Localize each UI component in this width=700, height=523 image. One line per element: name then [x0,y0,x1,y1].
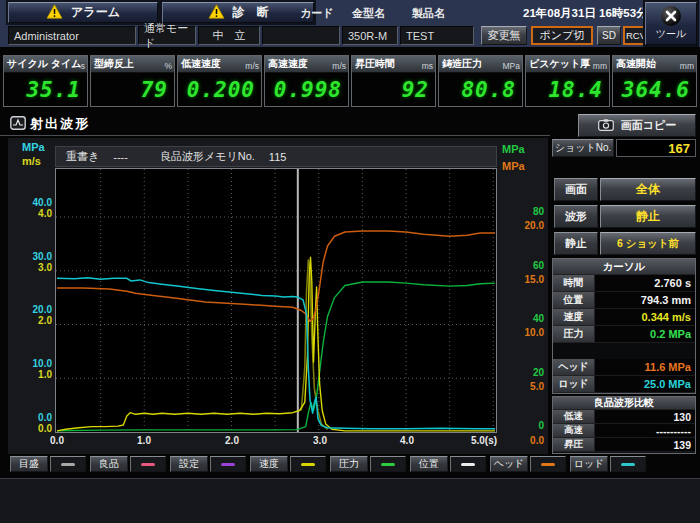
tile-label: サイクル タイム [4,57,81,71]
y-tick: 5.0 [500,381,544,392]
row-value: ---------- [595,424,695,438]
legend-color-chip[interactable] [50,456,86,472]
tool-label: ツール [656,27,686,41]
memory-label: 良品波形メモリNo. [160,149,255,164]
x-tick: 3.0 [305,435,335,446]
tile-label: 鋳造圧力 [439,57,482,71]
tile-value: 79 [91,73,174,106]
change-status-button[interactable]: 変更無 [481,26,527,45]
y-tick: 20.0 [500,220,544,231]
row-label: 昇圧 [553,438,595,452]
legend-color-chip[interactable] [450,456,486,472]
product-header-label: 製品名 [412,6,445,21]
legend-color-chip[interactable] [210,456,246,472]
legend-label[interactable]: 位置 [410,456,448,472]
row-value: 139 [595,438,695,452]
series-圧力(鋳造) [57,282,495,431]
tile-unit: s [81,61,85,71]
row-label: 圧力 [553,326,595,343]
screen-mode-label: 画面 [554,178,598,201]
tile-clamp: 型締反上% 79 [90,55,175,107]
camera-icon [598,119,614,133]
tile-unit: MPa [503,61,520,71]
legend-label[interactable]: 良品 [90,456,128,472]
product-value-field[interactable]: TEST [400,26,474,45]
mode-field[interactable]: 通常モード [138,26,196,45]
color-dash [141,463,155,466]
waveform-screen-icon [10,116,26,134]
tile-rise-time: 昇圧時間ms 92 [351,55,436,107]
waveform-plot[interactable] [55,168,497,433]
legend-label[interactable]: 目盛 [10,456,48,472]
tile-value: 0.998 [265,73,348,106]
user-field[interactable]: Administrator [8,26,136,45]
pump-off-button[interactable]: ポンプ切 [531,26,593,45]
tile-high-speed: 高速速度m/s 0.998 [264,55,349,107]
row-label: 低速 [553,410,595,424]
tools-icon [661,6,681,26]
screen-copy-button[interactable]: 画面コピー [578,114,696,137]
tile-value: 18.4 [526,73,609,106]
mold-header-label: 金型名 [352,6,385,21]
legend-color-chip[interactable] [530,456,566,472]
right-axis-unit-orange: MPa [502,160,542,172]
tool-button[interactable]: ツール [645,2,697,45]
x-tick: 1.0 [129,435,159,446]
legend-color-chip[interactable] [610,456,646,472]
y-tick: 10.0 [8,358,52,369]
legend-color-chip[interactable] [130,456,166,472]
cursor-row-position: 位置 794.3 mm [553,292,695,309]
waveform-chart-panel: MPa m/s 重書き ---- 良品波形メモリNo. 115 MPa MPa … [8,138,548,454]
page-title: 射出波形 [30,115,90,133]
diagnosis-label: 診 断 [233,4,269,21]
spacer [553,343,695,359]
y-tick: 0.0 [8,423,52,434]
y-tick: 4.0 [8,208,52,219]
color-dash [221,463,235,466]
row-label: ヘッド [553,359,595,376]
tile-hs-start: 高速開始mm 364.6 [612,55,697,107]
y-tick: 80 [500,206,544,217]
tile-label: ビスケット厚 [526,57,590,71]
empty-field [262,26,340,45]
color-dash [541,463,555,466]
card-value-field[interactable]: 350R-M [342,26,398,45]
y-tick: 15.0 [500,274,544,285]
tile-label: 型締反上 [91,57,134,71]
legend-label[interactable]: ヘッド [490,456,528,472]
series-ロッド圧力 [57,278,495,429]
tile-unit: % [164,61,172,71]
y-tick: 0 [500,420,544,431]
waveform-mode-button[interactable]: 静止 [600,205,696,228]
legend-label[interactable]: 圧力 [330,456,368,472]
shot-history-button[interactable]: 6 ショット前 [600,232,696,255]
compare-row-rise: 昇圧 139 [553,438,695,452]
legend-color-chip[interactable] [370,456,406,472]
x-tick: 4.0 [392,435,422,446]
row-value: 794.3 mm [595,292,695,309]
tile-unit: mm [680,61,694,71]
screen-mode-button[interactable]: 全体 [600,178,696,201]
waveform-legend: 目盛 良品 設定 速度 圧力 位置 ヘッド ロッド [10,456,658,473]
alarm-label: アラーム [71,4,120,21]
legend-label[interactable]: ロッド [570,456,608,472]
y-tick: 10.0 [500,327,544,338]
row-value: 25.0 MPa [595,376,695,393]
card-header-label: カード [300,6,334,21]
cursor-row-speed: 速度 0.344 m/s [553,309,695,326]
color-dash [461,463,475,466]
left-axis-unit-ms: m/s [22,155,41,167]
overlay-label: 重書き [66,149,99,164]
legend-color-chip[interactable] [290,456,326,472]
alarm-button[interactable]: アラーム [8,2,158,23]
legend-label[interactable]: 速度 [250,456,288,472]
row-value: 2.760 s [595,275,695,292]
sd-button[interactable]: SD [597,26,621,45]
color-dash [301,463,315,466]
datetime: 21年08月31日 16時53分 [523,6,648,21]
y-tick: 60 [500,260,544,271]
series-速度 [57,257,495,431]
neutral-field[interactable]: 中 立 [198,26,260,45]
legend-item-position: 位置 [410,456,486,473]
legend-label[interactable]: 設定 [170,456,208,472]
